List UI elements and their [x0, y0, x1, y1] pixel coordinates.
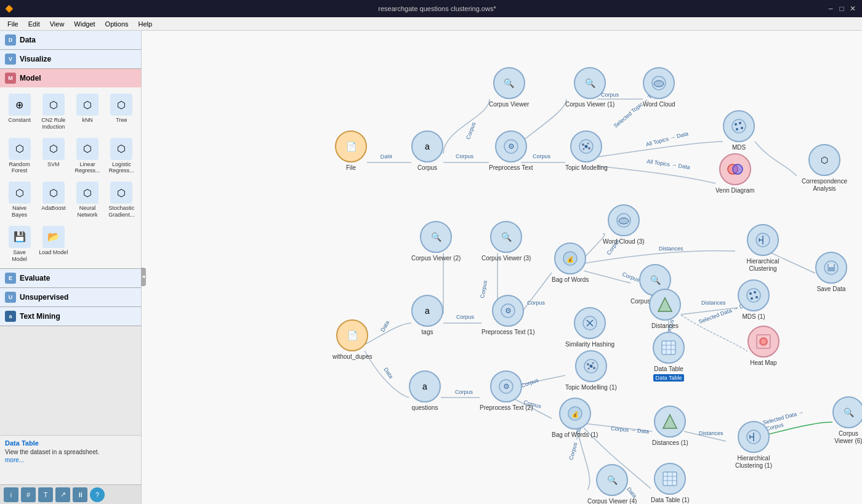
node-data_table[interactable]: Data TableData Table: [653, 332, 685, 382]
node-similarity_hashing[interactable]: Similarity Hashing: [565, 307, 614, 348]
node-icon-data_table: [653, 332, 685, 364]
model-naive-bayes[interactable]: ⬡ Naive Bayes: [4, 179, 35, 221]
node-data_table1[interactable]: Data Table (1): [651, 463, 690, 504]
node-corpus_viewer6[interactable]: 🔍Corpus Viewer (6): [832, 396, 862, 445]
node-label-correspondence_analysis: Correspondence Analysis: [797, 178, 852, 193]
ada-icon: ⬡: [42, 182, 65, 204]
node-preprocess_text2[interactable]: ⚙Preprocess Text (2): [480, 370, 533, 412]
minimize-button[interactable]: –: [826, 4, 835, 13]
menu-options[interactable]: Options: [100, 19, 134, 29]
node-corpus_viewer[interactable]: 🔍Corpus Viewer: [489, 67, 529, 108]
node-corpus_viewer1[interactable]: 🔍Corpus Viewer (1): [565, 67, 614, 108]
node-label-data_table: Data Table: [654, 366, 683, 373]
node-corpus_viewer3[interactable]: 🔍Corpus Viewer (3): [481, 221, 531, 262]
node-preprocess_text1[interactable]: ⚙Preprocess Text (1): [481, 295, 535, 336]
node-label-without_dupes: without_dupes: [332, 353, 373, 361]
node-questions[interactable]: aquestions: [409, 370, 441, 412]
workflow-canvas[interactable]: Data Corpus Corpus Corpus Corpus All Top…: [142, 31, 862, 504]
model-load[interactable]: 📂 Load Model: [38, 223, 69, 265]
menu-view[interactable]: View: [45, 19, 70, 29]
sidebar-header-data[interactable]: D Data: [0, 31, 141, 49]
node-word_cloud3[interactable]: Word Cloud (3): [603, 204, 645, 246]
node-without_dupes[interactable]: 📄without_dupes: [332, 319, 373, 361]
svg-text:💰: 💰: [566, 255, 574, 263]
node-preprocess_text[interactable]: ⚙Preprocess Text: [489, 130, 533, 172]
node-distances1[interactable]: Distances (1): [652, 406, 688, 447]
node-topic_modelling1[interactable]: Topic Modelling (1): [565, 350, 617, 391]
svg-point-91: [761, 339, 766, 344]
node-venn_diagram[interactable]: Venn Diagram: [715, 153, 754, 194]
model-stochastic[interactable]: ⬡ Stochastic Gradient...: [106, 179, 137, 221]
section-model: M Model ⊕ Constant ⬡ CN2 Rule Induction …: [0, 69, 141, 269]
toolbar-pause-button[interactable]: ⏸: [73, 487, 87, 502]
node-heat_map[interactable]: Heat Map: [747, 326, 779, 367]
node-tags[interactable]: atags: [411, 295, 443, 336]
node-label-corpus_viewer4: Corpus Viewer (4): [587, 498, 637, 504]
model-constant[interactable]: ⊕ Constant: [4, 91, 35, 133]
model-save[interactable]: 💾 Save Model: [4, 223, 35, 265]
node-label-heat_map: Heat Map: [750, 359, 776, 367]
nn-icon: ⬡: [76, 182, 99, 204]
maximize-button[interactable]: □: [837, 4, 846, 13]
node-topic_modelling[interactable]: Topic Modelling: [565, 130, 608, 172]
svg-text:⚙: ⚙: [503, 382, 510, 391]
toolbar-text-button[interactable]: T: [38, 487, 53, 502]
menu-edit[interactable]: Edit: [23, 19, 45, 29]
stoch-icon: ⬡: [110, 182, 132, 204]
node-hierarchical_clustering[interactable]: Hierarchical Clustering: [735, 224, 791, 273]
menu-widget[interactable]: Widget: [69, 19, 100, 29]
node-bag_of_words[interactable]: 💰Bag of Words: [552, 242, 589, 284]
toolbar-info-button[interactable]: i: [4, 487, 18, 502]
model-adaboost[interactable]: ⬡ AdaBoost: [38, 179, 69, 221]
model-logistic-reg[interactable]: ⬡ Logistic Regress...: [106, 135, 137, 177]
model-cn2[interactable]: ⬡ CN2 Rule Induction: [38, 91, 69, 133]
window-controls[interactable]: – □ ✕: [826, 4, 857, 13]
node-icon-preprocess_text1: ⚙: [492, 295, 524, 327]
svg-point-49: [587, 143, 589, 145]
model-svm[interactable]: ⬡ SVM: [38, 135, 69, 177]
node-file[interactable]: 📄File: [335, 130, 367, 172]
menu-file[interactable]: File: [2, 19, 23, 29]
svg-text:Data: Data: [379, 320, 390, 333]
node-mds1[interactable]: MDS (1): [738, 279, 770, 321]
app-icon: 🔶: [5, 5, 14, 13]
model-random-forest[interactable]: ⬡ Random Forest: [4, 135, 35, 177]
toolbar-help-button[interactable]: ?: [90, 487, 105, 502]
node-word_cloud[interactable]: Word Cloud: [643, 67, 675, 108]
node-corpus[interactable]: aCorpus: [411, 130, 443, 172]
node-bag_of_words1[interactable]: 💰Bag of Words (1): [552, 398, 598, 439]
menu-help[interactable]: Help: [134, 19, 158, 29]
sidebar-header-unsupervised[interactable]: U Unsupervised: [0, 288, 141, 306]
sidebar-header-visualize[interactable]: V Visualize: [0, 50, 141, 68]
toolbar-hash-button[interactable]: #: [21, 487, 36, 502]
node-hierarchical_clustering1[interactable]: Hierarchical Clustering (1): [726, 421, 781, 470]
model-tree[interactable]: ⬡ Tree: [106, 91, 137, 133]
node-corpus_viewer4[interactable]: 🔍Corpus Viewer (4): [587, 464, 637, 504]
node-icon-heat_map: [747, 326, 779, 358]
node-icon-topic_modelling1: [575, 350, 607, 382]
info-title: Data Table: [5, 439, 136, 447]
sidebar-header-textmining[interactable]: a Text Mining: [0, 307, 141, 326]
unsupervised-label: Unsupervised: [20, 293, 68, 302]
node-save_data[interactable]: Save Data: [815, 252, 847, 293]
nn-label: Neural Network: [73, 205, 102, 218]
node-label-bag_of_words1: Bag of Words (1): [552, 431, 598, 439]
node-distances[interactable]: Distances: [649, 289, 681, 330]
toolbar-arrow-button[interactable]: ↗: [55, 487, 70, 502]
node-correspondence_analysis[interactable]: ⬡Correspondence Analysis: [797, 144, 852, 193]
close-button[interactable]: ✕: [848, 4, 857, 13]
model-knn[interactable]: ⬡ kNN: [72, 91, 103, 133]
model-neural-network[interactable]: ⬡ Neural Network: [72, 179, 103, 221]
node-label-preprocess_text: Preprocess Text: [489, 164, 533, 172]
svg-line-15: [684, 431, 726, 441]
info-more-link[interactable]: more...: [5, 457, 136, 463]
sidebar-header-evaluate[interactable]: E Evaluate: [0, 269, 141, 287]
model-linear-reg[interactable]: ⬡ Linear Regress...: [72, 135, 103, 177]
sidebar-collapse-handle[interactable]: ◄: [141, 268, 146, 286]
node-mds[interactable]: MDS: [723, 110, 755, 151]
sidebar-header-model[interactable]: M Model: [0, 69, 141, 87]
node-label-topic_modelling1: Topic Modelling (1): [565, 384, 617, 391]
node-corpus_viewer2[interactable]: 🔍Corpus Viewer (2): [411, 221, 461, 262]
node-label-venn_diagram: Venn Diagram: [715, 187, 754, 194]
svg-point-50: [588, 147, 590, 150]
